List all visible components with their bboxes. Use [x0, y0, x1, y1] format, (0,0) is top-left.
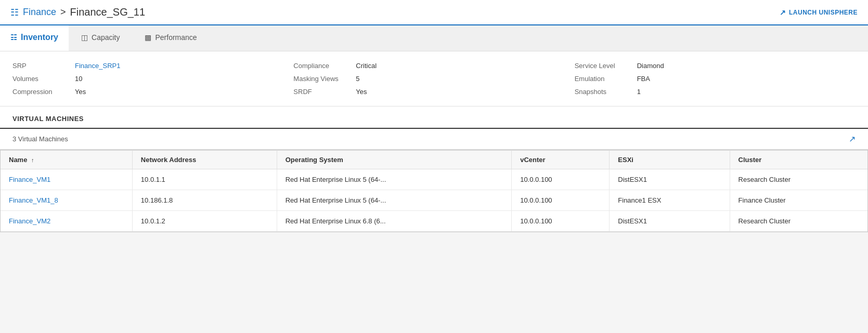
vm-name-2[interactable]: Finance_VM2: [1, 211, 132, 232]
vm-network-0: 10.0.1.1: [132, 169, 277, 190]
tab-performance[interactable]: ▩ Performance: [132, 25, 209, 51]
vm-vcenter-1: 10.0.0.100: [512, 190, 610, 211]
vm-esxi-1: Finance1 ESX: [610, 190, 730, 211]
snapshots-label: Snapshots: [575, 88, 637, 96]
srdf-value: Yes: [356, 88, 367, 96]
breadcrumb-parent[interactable]: Finance: [23, 7, 56, 18]
vm-os-1: Red Hat Enterprise Linux 5 (64-...: [277, 190, 512, 211]
table-row: Finance_VM110.0.1.1Red Hat Enterprise Li…: [1, 169, 867, 190]
breadcrumb: ☷ Finance > Finance_SG_11: [10, 6, 145, 18]
vm-esxi-0: DistESX1: [610, 169, 730, 190]
compliance-value: Critical: [356, 62, 377, 70]
vm-os-2: Red Hat Enterprise Linux 6.8 (6...: [277, 211, 512, 232]
info-row-snapshots: Snapshots 1: [575, 88, 856, 96]
vm-name-0[interactable]: Finance_VM1: [1, 169, 132, 190]
vm-os-0: Red Hat Enterprise Linux 5 (64-...: [277, 169, 512, 190]
breadcrumb-current: Finance_SG_11: [70, 6, 146, 18]
external-link-icon: ↗: [780, 8, 786, 17]
table-row: Finance_VM1_810.186.1.8Red Hat Enterpris…: [1, 190, 867, 211]
info-column-1: SRP Finance_SRP1 Volumes 10 Compression …: [12, 62, 293, 96]
srp-label: SRP: [12, 62, 75, 70]
main-content: SRP Finance_SRP1 Volumes 10 Compression …: [0, 51, 868, 232]
srp-value[interactable]: Finance_SRP1: [75, 62, 120, 70]
volumes-label: Volumes: [12, 75, 75, 83]
info-row-volumes: Volumes 10: [12, 75, 293, 83]
vm-table: Name ↑ Network Address Operating System …: [1, 150, 867, 232]
table-row: Finance_VM210.0.1.2Red Hat Enterprise Li…: [1, 211, 867, 232]
inventory-icon: ☷: [10, 33, 17, 42]
vm-esxi-2: DistESX1: [610, 211, 730, 232]
vm-count-label: 3 Virtual Machines: [12, 135, 68, 143]
table-header-row: Name ↑ Network Address Operating System …: [1, 151, 867, 169]
virtual-machines-title: VIRTUAL MACHINES: [12, 115, 84, 128]
info-grid: SRP Finance_SRP1 Volumes 10 Compression …: [0, 51, 868, 106]
info-row-service-level: Service Level Diamond: [575, 62, 856, 70]
col-network-address[interactable]: Network Address: [132, 151, 277, 169]
tab-inventory[interactable]: ☷ Inventory: [0, 25, 69, 51]
info-row-compression: Compression Yes: [12, 88, 293, 96]
sort-arrow-name: ↑: [31, 157, 34, 163]
col-esxi[interactable]: ESXi: [610, 151, 730, 169]
emulation-value: FBA: [637, 75, 650, 83]
info-column-3: Service Level Diamond Emulation FBA Snap…: [575, 62, 856, 96]
masking-views-value: 5: [356, 75, 359, 83]
vm-name-1[interactable]: Finance_VM1_8: [1, 190, 132, 211]
vm-cluster-2: Research Cluster: [730, 211, 867, 232]
export-icon[interactable]: ↗: [849, 134, 856, 144]
performance-icon: ▩: [145, 33, 151, 42]
info-row-compliance: Compliance Critical: [293, 62, 574, 70]
vm-vcenter-0: 10.0.0.100: [512, 169, 610, 190]
volumes-value: 10: [75, 75, 82, 83]
info-row-srp: SRP Finance_SRP1: [12, 62, 293, 70]
compliance-label: Compliance: [293, 62, 356, 70]
grid-icon: ☷: [10, 7, 19, 18]
compression-label: Compression: [12, 88, 75, 96]
info-row-emulation: Emulation FBA: [575, 75, 856, 83]
vm-cluster-1: Finance Cluster: [730, 190, 867, 211]
snapshots-value: 1: [637, 88, 641, 96]
vm-table-container: Name ↑ Network Address Operating System …: [0, 150, 868, 232]
vm-vcenter-2: 10.0.0.100: [512, 211, 610, 232]
launch-unisphere-button[interactable]: ↗ LAUNCH UNISPHERE: [780, 8, 858, 17]
emulation-label: Emulation: [575, 75, 637, 83]
vm-network-2: 10.0.1.2: [132, 211, 277, 232]
info-column-2: Compliance Critical Masking Views 5 SRDF…: [293, 62, 574, 96]
breadcrumb-separator: >: [60, 7, 66, 18]
compression-value: Yes: [75, 88, 86, 96]
virtual-machines-section-header: VIRTUAL MACHINES: [0, 106, 868, 129]
vm-network-1: 10.186.1.8: [132, 190, 277, 211]
page-header: ☷ Finance > Finance_SG_11 ↗ LAUNCH UNISP…: [0, 0, 868, 25]
col-cluster[interactable]: Cluster: [730, 151, 867, 169]
tab-capacity[interactable]: ◫ Capacity: [69, 25, 132, 51]
masking-views-label: Masking Views: [293, 75, 356, 83]
capacity-icon: ◫: [81, 33, 88, 42]
srdf-label: SRDF: [293, 88, 356, 96]
col-vcenter[interactable]: vCenter: [512, 151, 610, 169]
col-name[interactable]: Name ↑: [1, 151, 132, 169]
service-level-value: Diamond: [637, 62, 664, 70]
tabs-bar: ☷ Inventory ◫ Capacity ▩ Performance: [0, 25, 868, 51]
vm-count-row: 3 Virtual Machines ↗: [0, 129, 868, 150]
vm-cluster-0: Research Cluster: [730, 169, 867, 190]
col-operating-system[interactable]: Operating System: [277, 151, 512, 169]
service-level-label: Service Level: [575, 62, 637, 70]
info-row-masking-views: Masking Views 5: [293, 75, 574, 83]
info-row-srdf: SRDF Yes: [293, 88, 574, 96]
